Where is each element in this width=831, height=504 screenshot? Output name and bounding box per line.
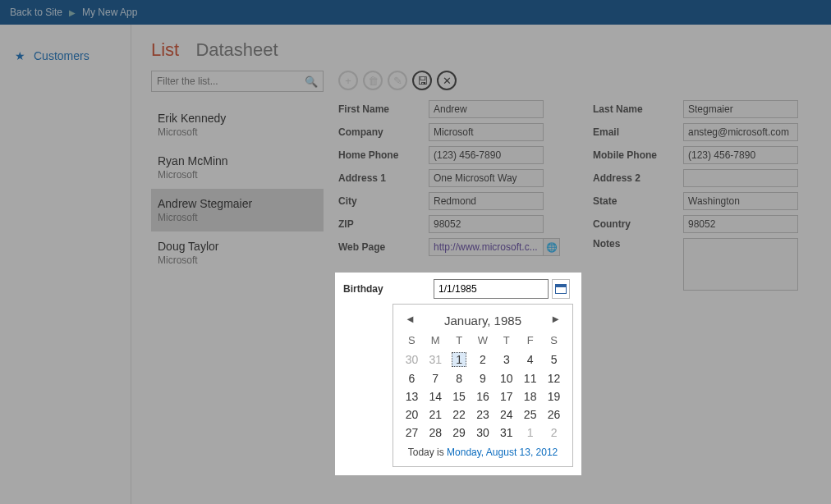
label-city: City	[338, 195, 429, 207]
label-country: Country	[593, 218, 683, 230]
calendar-day-cell[interactable]: 31	[424, 350, 448, 369]
calendar-day-cell[interactable]: 22	[448, 405, 471, 424]
calendar-day-cell[interactable]: 10	[494, 369, 518, 387]
home-phone-field[interactable]: (123) 456-7890	[429, 146, 544, 164]
calendar-day-cell[interactable]: 20	[400, 405, 424, 424]
calendar-day-cell[interactable]: 2	[471, 350, 495, 369]
calendar-day-cell[interactable]: 30	[471, 424, 495, 442]
list-item-sub: Microsoft	[158, 212, 317, 223]
calendar-day-cell[interactable]: 6	[400, 369, 424, 387]
calendar-day-header: F	[518, 331, 542, 350]
app-title[interactable]: My New App	[82, 7, 137, 18]
label-address1: Address 1	[338, 172, 429, 184]
label-birthday: Birthday	[343, 283, 434, 295]
calendar-day-header: S	[400, 331, 424, 350]
state-field[interactable]: Washington	[683, 192, 798, 210]
calendar-day-cell[interactable]: 12	[542, 369, 566, 387]
calendar-day-cell[interactable]: 25	[518, 405, 542, 424]
list-item[interactable]: Doug Taylor Microsoft	[151, 231, 324, 274]
topbar: Back to Site ▶ My New App	[0, 0, 831, 25]
calendar-day-cell[interactable]: 1	[448, 350, 471, 369]
calendar-day-cell[interactable]: 19	[542, 387, 566, 405]
address2-field[interactable]	[683, 169, 798, 187]
calendar-day-cell[interactable]: 5	[542, 350, 566, 369]
cancel-button[interactable]: ✕	[437, 71, 457, 90]
last-name-field[interactable]: Stegmaier	[683, 100, 798, 118]
calendar-day-cell[interactable]: 24	[494, 405, 518, 424]
calendar-day-cell[interactable]: 26	[542, 405, 566, 424]
web-page-field[interactable]: http://www.microsoft.c...	[429, 238, 544, 256]
globe-icon[interactable]: 🌐	[544, 238, 560, 256]
calendar-day-cell[interactable]: 27	[400, 424, 424, 442]
calendar-next-button[interactable]: ►	[547, 311, 564, 327]
calendar-day-cell[interactable]: 3	[494, 350, 518, 369]
calendar-day-cell[interactable]: 17	[494, 387, 518, 405]
calendar-widget: ◄ January, 1985 ► SMTWTFS 30311234567891…	[393, 304, 573, 467]
calendar-day-cell[interactable]: 13	[400, 387, 424, 405]
nav-customers[interactable]: ★ Customers	[0, 44, 131, 67]
calendar-grid: SMTWTFS 30311234567891011121314151617181…	[400, 331, 566, 442]
mobile-phone-field[interactable]: (123) 456-7890	[683, 146, 798, 164]
label-web-page: Web Page	[338, 241, 429, 253]
calendar-day-cell[interactable]: 1	[518, 424, 542, 442]
birthday-input[interactable]	[434, 279, 549, 299]
add-button[interactable]: +	[338, 71, 358, 90]
calendar-day-cell[interactable]: 4	[518, 350, 542, 369]
calendar-day-cell[interactable]: 29	[448, 424, 471, 442]
label-home-phone: Home Phone	[338, 149, 429, 161]
calendar-day-header: S	[542, 331, 566, 350]
calendar-day-cell[interactable]: 11	[518, 369, 542, 387]
tab-datasheet[interactable]: Datasheet	[195, 39, 278, 60]
calendar-day-cell[interactable]: 16	[471, 387, 495, 405]
filter-input[interactable]	[157, 76, 305, 87]
calendar-day-cell[interactable]: 9	[471, 369, 495, 387]
calendar-day-cell[interactable]: 18	[518, 387, 542, 405]
trash-icon: 🗑	[368, 75, 379, 87]
calendar-today-link[interactable]: Monday, August 13, 2012	[447, 447, 558, 458]
view-tabs: List Datasheet	[151, 39, 811, 61]
calendar-day-cell[interactable]: 7	[424, 369, 448, 387]
country-field[interactable]: 98052	[683, 215, 798, 233]
save-button[interactable]: 🖫	[412, 71, 432, 90]
company-field[interactable]: Microsoft	[429, 123, 544, 141]
calendar-day-cell[interactable]: 28	[424, 424, 448, 442]
back-to-site-link[interactable]: Back to Site	[10, 7, 62, 18]
calendar-prev-button[interactable]: ◄	[402, 311, 419, 327]
calendar-button[interactable]	[552, 279, 570, 299]
calendar-day-cell[interactable]: 2	[542, 424, 566, 442]
list-item[interactable]: Andrew Stegmaier Microsoft	[151, 189, 324, 231]
label-notes: Notes	[593, 238, 683, 250]
list-item-sub: Microsoft	[158, 169, 317, 181]
pencil-icon: ✎	[393, 75, 402, 87]
search-icon[interactable]: 🔍	[305, 76, 318, 88]
notes-field[interactable]	[683, 238, 798, 291]
label-first-name: First Name	[338, 103, 429, 115]
datepicker-popout: Birthday ◄ January, 1985 ► SMTWTFS 30311…	[335, 273, 581, 475]
calendar-day-header: M	[424, 331, 448, 350]
list-item[interactable]: Erik Kennedy Microsoft	[151, 103, 324, 146]
breadcrumb-sep-icon: ▶	[69, 8, 76, 17]
calendar-day-cell[interactable]: 21	[424, 405, 448, 424]
list-item-sub: Microsoft	[158, 254, 317, 266]
calendar-icon	[555, 284, 567, 294]
first-name-field[interactable]: Andrew	[429, 100, 544, 118]
email-field[interactable]: ansteg@microsoft.com	[683, 123, 798, 141]
calendar-day-cell[interactable]: 30	[400, 350, 424, 369]
address1-field[interactable]: One Microsoft Way	[429, 169, 544, 187]
calendar-day-cell[interactable]: 31	[494, 424, 518, 442]
tab-list[interactable]: List	[151, 39, 179, 60]
filter-box[interactable]: 🔍	[151, 71, 324, 92]
delete-button[interactable]: 🗑	[363, 71, 383, 90]
calendar-today-prefix: Today is	[408, 447, 447, 458]
nav-customers-label: Customers	[34, 49, 90, 62]
city-field[interactable]: Redmond	[429, 192, 544, 210]
calendar-day-cell[interactable]: 14	[424, 387, 448, 405]
calendar-day-cell[interactable]: 15	[448, 387, 471, 405]
calendar-day-cell[interactable]: 8	[448, 369, 471, 387]
zip-field[interactable]: 98052	[429, 215, 544, 233]
calendar-title[interactable]: January, 1985	[444, 314, 521, 328]
calendar-day-cell[interactable]: 23	[471, 405, 495, 424]
edit-button[interactable]: ✎	[388, 71, 407, 90]
toolbar: + 🗑 ✎ 🖫 ✕	[338, 71, 811, 90]
list-item[interactable]: Ryan McMinn Microsoft	[151, 146, 324, 189]
